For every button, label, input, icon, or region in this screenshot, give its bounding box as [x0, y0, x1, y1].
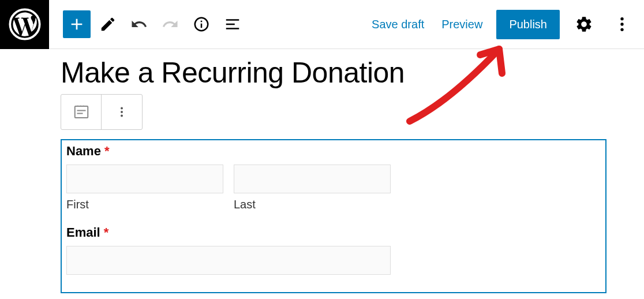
- wordpress-logo[interactable]: [0, 0, 49, 49]
- name-label-text: Name: [66, 144, 101, 158]
- first-name-input[interactable]: [66, 165, 223, 193]
- svg-point-10: [121, 115, 123, 117]
- form-block[interactable]: Name * First Last Email *: [61, 139, 606, 293]
- last-name-input[interactable]: [234, 165, 391, 193]
- outline-button[interactable]: [219, 10, 246, 38]
- undo-button[interactable]: [125, 10, 153, 38]
- editor-body: Make a Recurring Donation Name * First L…: [0, 56, 644, 293]
- save-draft-button[interactable]: Save draft: [368, 12, 428, 37]
- svg-rect-3: [201, 21, 203, 23]
- block-type-button[interactable]: [61, 95, 102, 129]
- pencil-icon: [99, 16, 117, 33]
- svg-point-6: [620, 28, 623, 31]
- email-field-label: Email *: [66, 225, 601, 240]
- redo-button[interactable]: [156, 10, 184, 38]
- settings-button[interactable]: [570, 10, 598, 38]
- svg-point-4: [620, 17, 623, 20]
- vertical-dots-icon: [613, 15, 631, 33]
- required-marker: *: [104, 144, 110, 158]
- last-sublabel: Last: [234, 198, 391, 211]
- redo-icon: [162, 16, 179, 33]
- block-more-button[interactable]: [102, 95, 142, 129]
- edit-mode-button[interactable]: [94, 10, 122, 38]
- svg-point-5: [620, 23, 623, 25]
- toolbar-right: Save draft Preview Publish: [368, 10, 636, 39]
- name-field-label: Name *: [66, 144, 601, 159]
- name-row: First Last: [66, 165, 601, 211]
- plus-icon: [68, 15, 86, 33]
- email-input[interactable]: [66, 246, 391, 275]
- wordpress-icon: [9, 8, 41, 40]
- page-title[interactable]: Make a Recurring Donation: [61, 56, 644, 89]
- info-button[interactable]: [188, 10, 215, 38]
- svg-rect-7: [74, 106, 88, 118]
- more-options-button[interactable]: [608, 10, 636, 38]
- vertical-dots-icon: [114, 104, 129, 119]
- block-toolbar: [61, 94, 143, 130]
- editor-topbar: Save draft Preview Publish: [0, 0, 644, 49]
- add-block-button[interactable]: [63, 10, 91, 38]
- form-block-icon: [73, 103, 90, 121]
- svg-point-9: [121, 111, 123, 113]
- toolbar-left: [63, 10, 246, 38]
- publish-button[interactable]: Publish: [496, 10, 560, 39]
- required-marker: *: [104, 225, 109, 240]
- first-sublabel: First: [66, 198, 223, 211]
- preview-button[interactable]: Preview: [438, 12, 486, 37]
- svg-point-8: [121, 107, 123, 110]
- list-view-icon: [224, 16, 241, 33]
- gear-icon: [575, 15, 593, 33]
- svg-rect-2: [201, 24, 203, 28]
- info-icon: [193, 16, 210, 33]
- undo-icon: [130, 16, 148, 33]
- email-label-text: Email: [66, 225, 100, 240]
